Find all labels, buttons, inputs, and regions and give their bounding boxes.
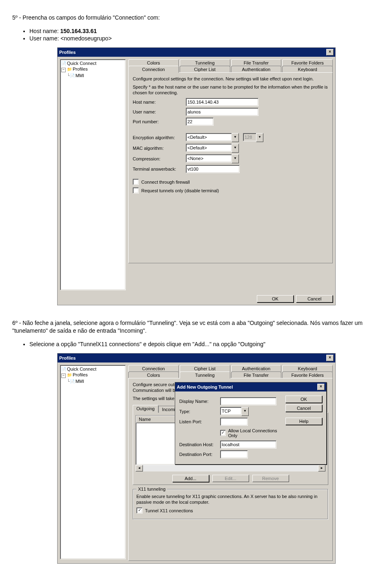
tunnels-only-checkbox[interactable]: [133, 187, 139, 193]
tab-file-transfer[interactable]: File Transfer: [231, 59, 282, 66]
encryption-bits: 128: [243, 133, 256, 141]
host-name-label: Host name:: [133, 100, 186, 105]
tunnels-only-label: Request tunnels only (disable terminal): [141, 188, 219, 193]
tab-keyboard[interactable]: Keyboard: [282, 66, 333, 73]
terminal-input[interactable]: vt100: [186, 165, 240, 173]
profile-tree[interactable]: Quick Connect −Profiles └MMI: [60, 59, 126, 290]
step6-text: 6º - Não feche a janela, selecione agora…: [12, 319, 380, 335]
add-tunnel-dialog: Add New Outgoing Tunnel × Display Name: …: [175, 382, 327, 465]
tab-cipher-list[interactable]: Cipher List: [180, 66, 230, 73]
tree-mmi[interactable]: MMI: [76, 379, 84, 384]
tree-quick-connect[interactable]: Quick Connect: [67, 367, 96, 371]
mac-label: MAC algorithm:: [133, 146, 186, 151]
tab-file-transfer[interactable]: File Transfer: [231, 371, 282, 378]
tab-connection[interactable]: Connection: [128, 365, 179, 372]
chevron-down-icon[interactable]: ▼: [232, 144, 239, 153]
host-value: 150.164.33.61: [60, 28, 97, 34]
terminal-label: Terminal answerback:: [133, 167, 186, 171]
x11-checkbox[interactable]: ✓: [136, 507, 143, 514]
dest-port-label: Destination Port:: [179, 452, 220, 457]
display-name-input[interactable]: [220, 397, 276, 405]
encryption-label: Encryption algorithm:: [133, 135, 186, 140]
step6-bullet: Selecione a opção "TunnelX11 connections…: [29, 341, 380, 347]
overlay-help-button[interactable]: Help: [285, 418, 322, 425]
ok-button[interactable]: OK: [257, 295, 294, 302]
step5-list: Host name: 150.164.33.61 User name: <nom…: [12, 28, 380, 42]
user-name-label: User name:: [133, 109, 186, 114]
scroll-left-icon[interactable]: ◄: [136, 465, 143, 471]
dest-host-input[interactable]: localhost: [220, 440, 276, 449]
display-name-label: Display Name:: [179, 399, 220, 404]
chevron-down-icon[interactable]: ▼: [232, 133, 239, 142]
x11-desc: Enable secure tunneling for X11 graphic …: [136, 494, 325, 505]
tab-colors[interactable]: Colors: [128, 59, 179, 66]
tab-favorite-folders[interactable]: Favorite Folders: [282, 371, 333, 378]
add-button[interactable]: Add...: [172, 475, 209, 482]
close-icon[interactable]: ×: [317, 384, 325, 390]
tab-tunneling[interactable]: Tunneling: [180, 59, 230, 66]
chevron-down-icon[interactable]: ▼: [232, 154, 239, 163]
edit-button: Edit...: [212, 475, 249, 482]
overlay-ok-button[interactable]: OK: [285, 396, 322, 403]
step5-text: 5º - Preencha os campos do formulário "C…: [12, 14, 380, 22]
tab-cipher-list[interactable]: Cipher List: [180, 365, 230, 372]
overlay-cancel-button[interactable]: Cancel: [285, 405, 322, 412]
tree-quick-connect[interactable]: Quick Connect: [67, 61, 96, 66]
x11-label: Tunnel X11 connections: [145, 508, 193, 513]
tab-colors[interactable]: Colors: [128, 371, 179, 378]
horizontal-scrollbar[interactable]: ◄ ►: [136, 465, 325, 471]
remove-button: Remove: [252, 475, 289, 482]
tab-tunneling[interactable]: Tunneling: [180, 371, 230, 378]
host-label: Host name:: [29, 28, 60, 34]
chevron-down-icon[interactable]: ▼: [241, 407, 249, 416]
profile-tree[interactable]: Quick Connect −Profiles └MMI: [60, 365, 126, 559]
tab-keyboard[interactable]: Keyboard: [282, 365, 333, 372]
dest-port-input[interactable]: [220, 450, 248, 458]
firewall-label: Connect through firewall: [141, 180, 190, 185]
user-name-input[interactable]: alunos: [186, 108, 258, 116]
host-name-input[interactable]: 150.164.140.43: [186, 98, 258, 106]
titlebar: Add New Outgoing Tunnel ×: [175, 382, 326, 391]
tree-mmi[interactable]: MMI: [76, 73, 84, 78]
scroll-right-icon[interactable]: ►: [318, 465, 325, 471]
dialog-title: Profiles: [59, 50, 76, 55]
x11-legend: X11 tunneling: [136, 487, 167, 491]
dest-host-label: Destination Host:: [179, 442, 220, 447]
chevron-down-icon: ▼: [256, 133, 263, 142]
titlebar: Profiles ×: [58, 354, 335, 362]
compression-combo[interactable]: <None>: [186, 154, 232, 162]
profiles-dialog-2: Profiles × Quick Connect −Profiles └MMI …: [57, 353, 336, 564]
overlay-title: Add New Outgoing Tunnel: [177, 385, 233, 389]
step5-user: User name: <nomedoseugrupo>: [29, 35, 380, 42]
step5-host: Host name: 150.164.33.61: [29, 28, 380, 34]
x11-groupbox: X11 tunneling Enable secure tunneling fo…: [133, 489, 328, 520]
tab-authentication[interactable]: Authentication: [231, 365, 282, 372]
tab-favorite-folders[interactable]: Favorite Folders: [282, 59, 333, 66]
allow-local-label: Allow Local Connections Only: [228, 428, 281, 438]
close-icon[interactable]: ×: [326, 355, 334, 361]
allow-local-checkbox[interactable]: ✓: [220, 430, 226, 436]
tree-profiles[interactable]: Profiles: [73, 67, 88, 71]
close-icon[interactable]: ×: [326, 49, 334, 56]
connection-desc2: Specify * as the host name or the user n…: [133, 84, 328, 96]
profiles-dialog-1: Profiles × Quick Connect −Profiles └MMI …: [57, 47, 336, 305]
tree-profiles[interactable]: Profiles: [73, 372, 88, 377]
port-input[interactable]: 22: [186, 118, 214, 126]
step6-list: Selecione a opção "TunnelX11 connections…: [12, 341, 380, 347]
type-label: Type:: [179, 409, 220, 414]
port-label: Port number:: [133, 119, 186, 124]
tab-connection[interactable]: Connection: [128, 66, 179, 73]
compression-label: Compression:: [133, 156, 186, 161]
firewall-checkbox[interactable]: [133, 179, 139, 185]
type-combo[interactable]: TCP: [220, 407, 242, 415]
listen-port-input[interactable]: [220, 418, 248, 426]
tab-authentication[interactable]: Authentication: [231, 66, 282, 73]
outgoing-tab[interactable]: Outgoing: [133, 405, 158, 413]
listen-port-label: Listen Port:: [179, 419, 220, 424]
cancel-button[interactable]: Cancel: [296, 295, 333, 302]
titlebar: Profiles ×: [58, 48, 335, 57]
dialog-title: Profiles: [59, 356, 76, 360]
connection-desc1: Configure protocol settings for the conn…: [133, 76, 328, 82]
encryption-combo[interactable]: <Default>: [186, 133, 232, 141]
mac-combo[interactable]: <Default>: [186, 144, 232, 152]
